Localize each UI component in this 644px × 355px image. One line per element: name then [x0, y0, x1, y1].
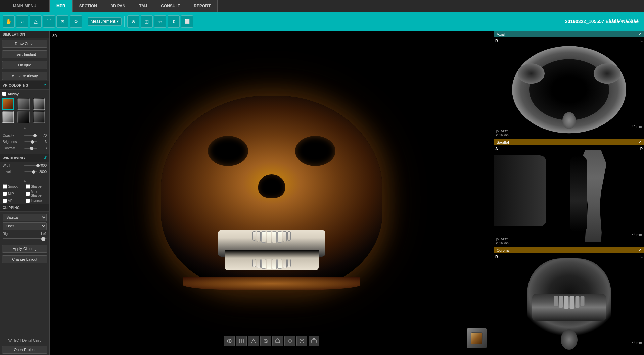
- vr-coloring-refresh-icon[interactable]: ↺: [43, 83, 47, 88]
- width-thumb[interactable]: [36, 164, 40, 167]
- smooth-checkbox[interactable]: [3, 184, 7, 189]
- windowing-refresh-icon[interactable]: ↺: [43, 156, 47, 160]
- vr-collapse-arrow[interactable]: ▲: [2, 125, 47, 130]
- toolbar-separator-1: [85, 16, 85, 27]
- toolbar: ✋ ⌕ △ ⌒ ⊡ ⚙ Measurement ▾ ⊙ ◫ ⇔ ⇕ ⬜ 2016…: [0, 12, 644, 31]
- vb-btn-1[interactable]: [224, 336, 235, 346]
- toolbar-separator-2: [124, 16, 125, 27]
- zoom-tool-button[interactable]: ⌕: [16, 15, 28, 28]
- skull-side-icon: ◫: [145, 19, 149, 24]
- hand-tool-button[interactable]: ✋: [3, 15, 15, 28]
- measure-airway-button[interactable]: Measure Airway: [2, 72, 47, 80]
- max-sharpen-checkbox[interactable]: [26, 192, 30, 196]
- right-panel: Axial ⤢ R L: [494, 31, 644, 355]
- contrast-label: Contrast: [3, 146, 23, 150]
- opacity-thumb[interactable]: [33, 134, 37, 137]
- clipping-dropdown-sagittal[interactable]: Sagittal: [3, 214, 47, 221]
- color-presets-grid: [2, 98, 47, 123]
- coronal-image-container[interactable]: R L: [494, 253, 644, 355]
- color-preset-1[interactable]: [2, 98, 14, 110]
- clipping-right-label: Right: [3, 232, 10, 236]
- vb-btn-4[interactable]: [260, 336, 271, 346]
- change-layout-button[interactable]: Change Layout: [2, 255, 47, 263]
- clipping-dropdown-user[interactable]: User: [3, 222, 47, 230]
- sagittal-label: Sagittal ⤢: [494, 139, 644, 145]
- apply-clipping-button[interactable]: Apply Clipping: [2, 245, 47, 253]
- mip-checkbox-item: MIP: [3, 190, 24, 197]
- brightness-thumb[interactable]: [31, 140, 34, 144]
- inverse-checkbox[interactable]: [26, 199, 30, 203]
- simulation-section-header: SIMULATION: [0, 31, 49, 38]
- measurement-dropdown[interactable]: Measurement ▾: [88, 17, 122, 26]
- color-preset-3[interactable]: [33, 98, 45, 110]
- settings-tool-button[interactable]: ⚙: [70, 15, 82, 28]
- max-sharpen-checkbox-item: Max Sharpen: [26, 190, 47, 197]
- sagittal-image-container[interactable]: A P 44 mm [M] 023Y: [494, 145, 644, 247]
- windowing-slider-section: Width 7000 Level 2000: [0, 162, 49, 178]
- tab-mpr[interactable]: MPR: [50, 0, 73, 12]
- triangle-tool-button[interactable]: △: [30, 15, 42, 28]
- tab-tmj[interactable]: TMJ: [132, 0, 154, 12]
- vb-btn-3[interactable]: [248, 336, 259, 346]
- contrast-thumb[interactable]: [30, 147, 33, 150]
- baseline-line: [100, 327, 477, 327]
- mip-checkbox[interactable]: [3, 192, 7, 196]
- axial-label-text: Axial: [497, 32, 505, 36]
- axial-l-label: L: [640, 39, 643, 43]
- airway-checkbox[interactable]: [2, 92, 6, 96]
- tab-report[interactable]: REPORT: [187, 0, 218, 12]
- skull-nose: [258, 174, 285, 198]
- coronal-expand-icon[interactable]: ⤢: [638, 248, 641, 252]
- brightness-label: Brightness: [3, 140, 23, 144]
- brightness-track: [24, 141, 37, 142]
- oblique-button[interactable]: Oblique: [2, 61, 47, 69]
- vb-btn-7[interactable]: [296, 336, 307, 346]
- sagittal-p-label: P: [640, 147, 643, 151]
- navigation-cube[interactable]: [467, 328, 487, 348]
- camera-tool-button[interactable]: ⊡: [56, 15, 68, 28]
- insert-implant-button[interactable]: Insert Implant: [2, 50, 47, 58]
- company-label: VATECH Dental Clinic: [0, 337, 49, 344]
- width-row: Width 7000: [3, 164, 47, 167]
- axial-r-label: R: [495, 39, 498, 43]
- svg-rect-8: [276, 340, 280, 343]
- box-tool-button[interactable]: ⬜: [181, 15, 193, 28]
- mip-label: MIP: [8, 192, 14, 196]
- tab-consult[interactable]: CONSULT: [154, 0, 187, 12]
- vr-checkbox-item: VR: [3, 199, 24, 203]
- flip-h-button[interactable]: ⇔: [154, 15, 166, 28]
- draw-curve-button[interactable]: Draw Curve: [2, 40, 47, 48]
- viewport-bottom-toolbar: [221, 334, 323, 348]
- axial-patient-info: [M] 023Y 20160322: [496, 130, 509, 137]
- coronal-l-label: L: [640, 255, 643, 259]
- color-preset-4[interactable]: [2, 111, 14, 123]
- curve-tool-button[interactable]: ⌒: [43, 15, 55, 28]
- sagittal-expand-icon[interactable]: ⤢: [638, 140, 641, 144]
- vb-btn-5[interactable]: [272, 336, 283, 346]
- svg-rect-10: [312, 340, 316, 343]
- view-skull-front-button[interactable]: ⊙: [127, 15, 139, 28]
- level-thumb[interactable]: [32, 170, 35, 174]
- vb-btn-8[interactable]: [309, 336, 319, 346]
- axial-expand-icon[interactable]: ⤢: [638, 32, 641, 36]
- viewport-3d[interactable]: 3D: [50, 31, 494, 355]
- axial-image-container[interactable]: R L: [494, 37, 644, 139]
- triangle-icon: △: [34, 19, 38, 24]
- windowing-collapse-arrow[interactable]: ▲: [0, 178, 49, 183]
- sharpen-checkbox[interactable]: [26, 184, 30, 189]
- open-project-button[interactable]: Open Project: [2, 346, 47, 354]
- color-preset-6[interactable]: [33, 111, 45, 123]
- color-preset-5[interactable]: [17, 111, 30, 123]
- sagittal-crosshair-h-blue: [494, 206, 644, 206]
- main-content: SIMULATION Draw Curve Insert Implant Obl…: [0, 31, 644, 355]
- vb-btn-6[interactable]: [284, 336, 295, 346]
- tab-3dpan[interactable]: 3D PAN: [104, 0, 132, 12]
- vr-checkbox[interactable]: [3, 199, 7, 203]
- vb-btn-2[interactable]: [236, 336, 247, 346]
- main-menu-tab[interactable]: MAIN MENU: [0, 0, 50, 12]
- tab-section[interactable]: SECTION: [73, 0, 104, 12]
- settings-icon: ⚙: [74, 19, 78, 24]
- flip-v-button[interactable]: ⇕: [168, 15, 180, 28]
- color-preset-2[interactable]: [17, 98, 30, 110]
- view-skull-side-button[interactable]: ◫: [141, 15, 153, 28]
